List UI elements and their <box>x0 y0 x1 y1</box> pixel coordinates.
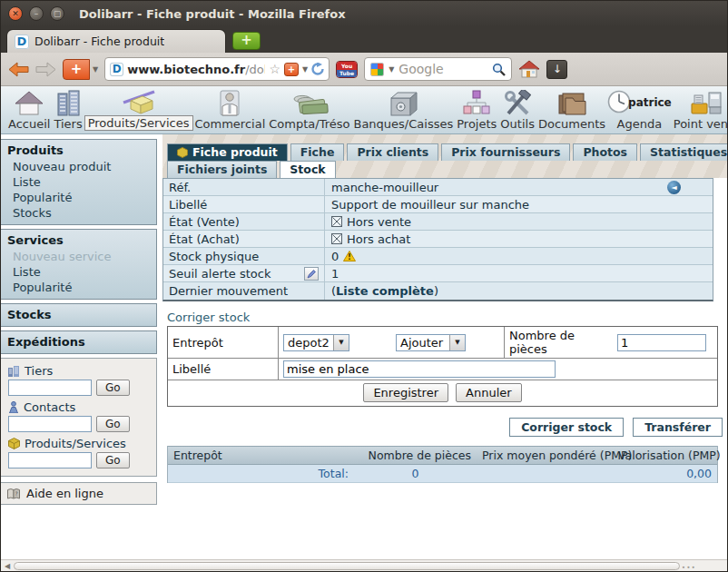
menu-item-liste-services[interactable]: Liste <box>1 264 156 280</box>
content-area: Fiche produit Fiche Prix clients Prix fo… <box>162 134 727 525</box>
topmenu-banques[interactable]: Banques/Caisses <box>351 88 455 131</box>
menu-item-nouveau-produit[interactable]: Nouveau produit <box>1 159 156 174</box>
scroll-left-arrow-icon[interactable]: ◀ <box>1 562 14 570</box>
contacts-search-input[interactable] <box>8 416 92 432</box>
forward-button-icon[interactable] <box>35 62 56 77</box>
logged-user: patrice <box>628 96 672 109</box>
cancel-button[interactable]: Annuler <box>456 383 522 402</box>
topmenu-documents[interactable]: Documents <box>536 88 607 131</box>
urlbar-plus-icon[interactable]: + <box>284 63 299 76</box>
youtube-icon[interactable]: You Tube <box>336 61 358 78</box>
topmenu-point-vente[interactable]: Point vente <box>672 88 728 131</box>
corriger-stock-button[interactable]: Corriger stock <box>509 418 624 437</box>
movement-type-select[interactable]: Ajouter ▼ <box>396 334 466 351</box>
main-area: Produits Nouveau produit Liste Popularit… <box>1 134 727 525</box>
warehouse-label: Entrepôt <box>168 327 279 358</box>
search-magnifier-icon[interactable] <box>492 63 506 76</box>
window-maximize-button[interactable]: ▢ <box>50 6 64 21</box>
products-search-input[interactable] <box>8 452 92 468</box>
topmenu-compta[interactable]: Compta/Tréso <box>267 88 351 131</box>
etat-vente-value: Hors vente <box>347 215 411 229</box>
window-close-button[interactable]: ✕ <box>8 6 23 21</box>
urlbar-favicon-icon: D <box>110 63 123 76</box>
folders-icon <box>556 88 587 116</box>
new-tab-button[interactable]: + <box>232 32 261 50</box>
topmenu-tiers[interactable]: Produits/Services Tiers <box>52 88 84 131</box>
search-engine-dropdown-icon[interactable]: ▼ <box>389 65 394 74</box>
home-icon[interactable] <box>518 60 540 78</box>
menu-header-expeditions[interactable]: Expéditions <box>1 333 156 350</box>
etat-achat-value: Hors achat <box>347 232 410 246</box>
menu-item-popularite-produits[interactable]: Popularité <box>1 190 156 205</box>
tab-fichiers-joints[interactable]: Fichiers joints <box>167 161 277 178</box>
tools-icon <box>504 88 531 116</box>
row-etat-vente: État (Vente) Hors vente <box>163 213 713 231</box>
product-cube-pen-icon <box>119 86 159 114</box>
qty-label: Nombre de pièces <box>504 327 613 358</box>
tab-photos[interactable]: Photos <box>573 143 637 161</box>
contacts-search-label: Contacts <box>24 400 75 414</box>
tab-fiche[interactable]: Fiche <box>290 143 345 161</box>
topmenu-commercial[interactable]: Commercial <box>193 88 268 131</box>
firefox-window: ✕ – ▢ Dolibarr - Fiche produit - Mozilla… <box>0 0 728 572</box>
row-dernier-mouvement: Dernier mouvement ( Liste complète ) <box>163 282 713 300</box>
menu-header-services[interactable]: Services <box>1 232 156 249</box>
menu-item-liste-produits[interactable]: Liste <box>1 174 156 190</box>
topmenu-agenda[interactable]: patrice Agenda <box>607 88 672 131</box>
select-arrow-icon: ▼ <box>333 335 349 350</box>
product-ref-value: manche-mouilleur <box>331 181 438 194</box>
menu-header-produits[interactable]: Produits <box>1 142 156 159</box>
tab-statistiques[interactable]: Statistiques <box>640 143 727 161</box>
corriger-stock-title: Corriger stock <box>167 311 727 324</box>
topmenu-produits-services[interactable]: Produits/Services <box>84 86 193 131</box>
new-entry-button[interactable]: + <box>63 59 90 80</box>
tab-prix-fournisseurs[interactable]: Prix fournisseurs <box>441 143 570 161</box>
tab-strip: Fiche produit Fiche Prix clients Prix fo… <box>162 134 727 178</box>
back-button-icon[interactable] <box>8 62 29 77</box>
products-go-button[interactable]: Go <box>96 452 130 468</box>
bookmark-star-icon[interactable]: ☆ <box>269 62 280 76</box>
search-bar[interactable]: ▼ Google <box>364 57 512 81</box>
scrollbar-thumb[interactable] <box>14 562 680 570</box>
browser-navbar: + ▼ D www.biotechno.fr/dolibarr/htdocs/p… <box>1 53 727 86</box>
cash-register-icon <box>690 88 723 116</box>
tiers-search-input[interactable] <box>8 380 92 396</box>
tab-stock[interactable]: Stock <box>280 161 335 178</box>
tab-prix-clients[interactable]: Prix clients <box>347 143 438 161</box>
save-button[interactable]: Enregistrer <box>363 383 448 402</box>
url-bar[interactable]: D www.biotechno.fr/dolibarr/htdocs/produ… <box>104 57 330 81</box>
reload-icon[interactable] <box>311 63 324 75</box>
url-text[interactable]: www.biotechno.fr/dolibarr/htdocs/produc <box>127 63 265 76</box>
warehouse-select[interactable]: depot2 ▼ <box>283 334 349 351</box>
window-title: Dolibarr - Fiche produit - Mozilla Firef… <box>79 7 346 21</box>
help-online[interactable]: ? Aide en ligne <box>1 482 157 505</box>
row-libelle: Libellé Support de mouilleur sur manche <box>163 196 713 213</box>
menu-section-services: Services Nouveau service Liste Popularit… <box>1 229 157 300</box>
liste-complete-link[interactable]: Liste complète <box>336 284 434 298</box>
menu-item-nouveau-service: Nouveau service <box>1 249 156 264</box>
movement-libelle-input[interactable] <box>283 360 556 378</box>
window-minimize-button[interactable]: – <box>29 6 44 21</box>
menu-header-stocks[interactable]: Stocks <box>1 306 156 323</box>
horizontal-scrollbar: ◀ ∙∙∙ <box>1 559 727 571</box>
topmenu-outils[interactable]: Outils <box>498 88 536 131</box>
qty-input[interactable] <box>617 334 706 351</box>
topmenu-projets[interactable]: Projets <box>455 88 498 131</box>
previous-record-icon[interactable]: ◄ <box>667 181 681 194</box>
product-label-value: Support de mouilleur sur manche <box>331 198 529 212</box>
help-book-icon: ? <box>6 488 21 499</box>
new-entry-dropdown-icon[interactable]: ▼ <box>93 65 98 74</box>
tab-fiche-produit[interactable]: Fiche produit <box>167 143 288 161</box>
downloads-icon[interactable]: ↓ <box>546 60 567 79</box>
topmenu-accueil[interactable]: Accueil <box>6 88 52 131</box>
menu-item-popularite-services[interactable]: Popularité <box>1 280 156 295</box>
menu-item-stocks[interactable]: Stocks <box>1 205 156 221</box>
transferer-button[interactable]: Transférer <box>633 418 723 437</box>
tiers-go-button[interactable]: Go <box>96 380 130 396</box>
edit-pencil-icon[interactable] <box>304 267 319 281</box>
tiers-search-icon <box>8 366 20 377</box>
search-placeholder: Google <box>398 62 487 76</box>
contacts-go-button[interactable]: Go <box>96 416 130 432</box>
urlbar-dropdown-icon[interactable]: ▼ <box>302 65 308 74</box>
browser-tab[interactable]: D Dolibarr - Fiche produit <box>6 29 226 53</box>
